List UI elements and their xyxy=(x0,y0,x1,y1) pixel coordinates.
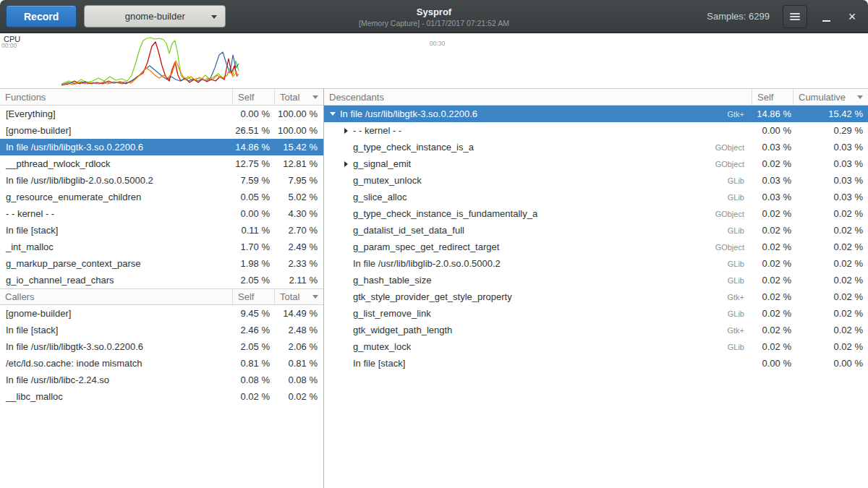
record-button[interactable]: Record xyxy=(6,5,77,27)
function-row[interactable]: [gnome-builder]26.51 %100.00 % xyxy=(0,122,323,139)
column-header-self[interactable]: Self xyxy=(752,89,793,105)
total-value: 0.81 % xyxy=(275,358,323,369)
function-row[interactable]: In file /usr/lib/libglib-2.0.so.0.5000.2… xyxy=(0,172,323,189)
process-selector-label: gnome-builder xyxy=(125,11,185,22)
expander-closed-icon[interactable] xyxy=(340,161,352,167)
self-value: 2.05 % xyxy=(233,341,275,352)
descendant-row[interactable]: g_list_remove_linkGLib0.02 %0.02 % xyxy=(324,305,868,322)
descendant-row[interactable]: g_type_check_instance_is_aGObject0.03 %0… xyxy=(324,139,868,155)
function-name: g_resource_enumerate_children xyxy=(0,192,233,202)
self-value: 14.86 % xyxy=(753,108,796,119)
descendant-row[interactable]: g_slice_allocGLib0.03 %0.03 % xyxy=(324,189,868,205)
descendant-row[interactable]: g_mutex_unlockGLib0.03 %0.03 % xyxy=(324,172,868,189)
function-name: g_io_channel_read_chars xyxy=(0,275,233,286)
self-value: 0.00 % xyxy=(753,125,796,136)
descendant-name: In file /usr/lib/libgtk-3.so.0.2200.6 xyxy=(339,108,666,119)
self-value: 0.02 % xyxy=(753,241,796,252)
menu-button[interactable] xyxy=(783,5,807,28)
total-value: 100.00 % xyxy=(275,108,323,119)
descendant-row[interactable]: g_type_check_instance_is_fundamentally_a… xyxy=(324,205,868,222)
column-header-descendants[interactable]: Descendants xyxy=(324,89,752,105)
cumulative-value: 0.02 % xyxy=(796,258,868,269)
self-value: 12.75 % xyxy=(233,158,275,169)
descendant-row[interactable]: g_mutex_lockGLib0.02 %0.02 % xyxy=(324,338,868,355)
library-label: GLib xyxy=(666,226,753,235)
column-header-callers[interactable]: Callers xyxy=(0,289,233,304)
descendant-name: g_hash_table_size xyxy=(352,275,666,286)
descendant-row[interactable]: - - kernel - -0.00 %0.29 % xyxy=(324,122,868,139)
cpu-line-green xyxy=(61,38,239,84)
function-row[interactable]: In file [stack]0.11 %2.70 % xyxy=(0,222,323,239)
descendant-row[interactable]: gtk_widget_path_lengthGtk+0.02 %0.02 % xyxy=(324,322,868,338)
descendant-row[interactable]: In file /usr/lib/libglib-2.0.so.0.5000.2… xyxy=(324,255,868,272)
column-header-functions[interactable]: Functions xyxy=(0,89,233,105)
function-row[interactable]: g_io_channel_read_chars2.05 %2.11 % xyxy=(0,272,323,288)
descendant-row[interactable]: gtk_style_provider_get_style_propertyGtk… xyxy=(324,288,868,305)
descendant-name: g_signal_emit xyxy=(352,158,666,169)
library-label: GLib xyxy=(666,176,753,185)
function-row[interactable]: __pthread_rwlock_rdlock12.75 %12.81 % xyxy=(0,155,323,172)
caller-row[interactable]: In file /usr/lib/libgtk-3.so.0.2200.62.0… xyxy=(0,338,323,355)
process-selector-dropdown[interactable]: gnome-builder xyxy=(84,5,226,27)
caller-row[interactable]: [gnome-builder]9.45 %14.49 % xyxy=(0,305,323,322)
function-name: __pthread_rwlock_rdlock xyxy=(0,158,233,169)
cumulative-value: 0.02 % xyxy=(796,241,868,252)
self-value: 0.02 % xyxy=(233,391,275,402)
library-label: Gtk+ xyxy=(666,326,753,335)
column-header-self[interactable]: Self xyxy=(233,289,275,304)
caller-row[interactable]: In file [stack]2.46 %2.48 % xyxy=(0,322,323,338)
descendant-row[interactable]: g_hash_table_sizeGLib0.02 %0.02 % xyxy=(324,272,868,288)
cpu-timeline-graph[interactable]: CPU 00:00 00:30 xyxy=(0,33,868,89)
cumulative-value: 0.03 % xyxy=(796,142,868,153)
function-row[interactable]: - - kernel - -0.00 %4.30 % xyxy=(0,205,323,222)
descendant-row[interactable]: g_param_spec_get_redirect_targetGObject0… xyxy=(324,239,868,255)
expander-open-icon[interactable] xyxy=(327,112,339,116)
library-label: GObject xyxy=(666,243,753,252)
descendant-row[interactable]: g_datalist_id_set_data_fullGLib0.02 %0.0… xyxy=(324,222,868,239)
cumulative-value: 0.29 % xyxy=(796,125,868,136)
self-value: 0.02 % xyxy=(753,158,796,169)
column-header-total[interactable]: Total xyxy=(275,89,323,105)
library-label: Gtk+ xyxy=(666,110,753,119)
caller-row[interactable]: __libc_malloc0.02 %0.02 % xyxy=(0,388,323,405)
function-name: /etc/ld.so.cache: inode mismatch xyxy=(0,358,233,369)
library-label: GLib xyxy=(666,260,753,268)
descendant-row[interactable]: g_signal_emitGObject0.02 %0.03 % xyxy=(324,155,868,172)
window-title: Sysprof xyxy=(359,6,509,17)
self-value: 0.02 % xyxy=(753,325,796,335)
function-name: _int_malloc xyxy=(0,241,233,252)
self-value: 0.02 % xyxy=(753,258,796,269)
column-header-cumulative[interactable]: Cumulative xyxy=(793,89,868,105)
descendant-row[interactable]: In file /usr/lib/libgtk-3.so.0.2200.6Gtk… xyxy=(324,106,868,122)
cumulative-value: 0.03 % xyxy=(796,158,868,169)
total-value: 100.00 % xyxy=(275,125,323,136)
column-header-total[interactable]: Total xyxy=(275,289,323,304)
caller-row[interactable]: /etc/ld.so.cache: inode mismatch0.81 %0.… xyxy=(0,355,323,372)
column-header-self[interactable]: Self xyxy=(233,89,275,105)
self-value: 0.03 % xyxy=(753,175,796,186)
self-value: 1.70 % xyxy=(233,241,275,252)
descendant-row[interactable]: In file [stack]0.00 %0.00 % xyxy=(324,355,868,372)
self-value: 0.81 % xyxy=(233,358,275,369)
descendant-name: - - kernel - - xyxy=(352,125,666,136)
self-value: 7.59 % xyxy=(233,175,275,186)
minimize-button[interactable] xyxy=(817,6,835,27)
function-row[interactable]: In file /usr/lib/libgtk-3.so.0.2200.614.… xyxy=(0,139,323,155)
function-row[interactable]: _int_malloc1.70 %2.49 % xyxy=(0,239,323,255)
cumulative-value: 0.00 % xyxy=(796,358,868,369)
function-name: In file [stack] xyxy=(0,325,233,335)
total-value: 2.33 % xyxy=(275,258,323,269)
caller-row[interactable]: In file /usr/lib/libc-2.24.so0.08 %0.08 … xyxy=(0,372,323,388)
time-tick-mid: 00:30 xyxy=(430,40,445,47)
cumulative-value: 0.02 % xyxy=(796,341,868,352)
close-button[interactable]: × xyxy=(842,6,862,27)
expander-closed-icon[interactable] xyxy=(340,128,352,134)
library-label: GObject xyxy=(666,160,753,168)
total-value: 12.81 % xyxy=(275,158,323,169)
function-row[interactable]: g_markup_parse_context_parse1.98 %2.33 % xyxy=(0,255,323,272)
chevron-down-icon xyxy=(211,15,217,19)
sort-indicator-icon xyxy=(312,95,318,99)
function-row[interactable]: g_resource_enumerate_children0.05 %5.02 … xyxy=(0,189,323,205)
function-name: [gnome-builder] xyxy=(0,308,233,319)
function-row[interactable]: [Everything]0.00 %100.00 % xyxy=(0,106,323,122)
